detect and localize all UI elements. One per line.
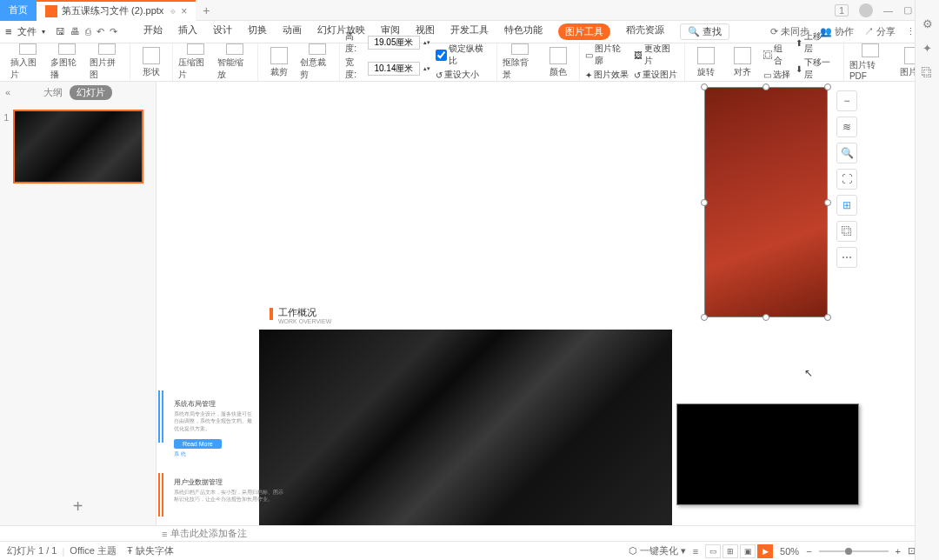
tab-animation[interactable]: 动画	[283, 23, 302, 40]
handle-tr[interactable]	[824, 83, 831, 90]
tab-insert[interactable]: 插入	[178, 23, 197, 40]
handle-tl[interactable]	[701, 83, 708, 90]
zoom-slider[interactable]	[819, 550, 889, 552]
view-normal-button[interactable]: ▭	[705, 544, 721, 558]
work-overview-subtitle[interactable]: WORK OVERVIEW	[278, 318, 331, 324]
menu-icon[interactable]: ≡	[693, 546, 698, 557]
hamburger-icon[interactable]: ≡	[5, 25, 12, 38]
canvas[interactable]: − ≋ 🔍 ⛶ ⊞ ⿻ ⋯ 工作概况 WORK OVERVIEW 系统布局管理 …	[156, 82, 939, 525]
pin-icon[interactable]: ⟐	[170, 6, 176, 16]
home-tab[interactable]: 首页	[0, 0, 37, 21]
tab-picture-tools[interactable]: 图片工具	[558, 23, 610, 40]
zoom-handle[interactable]	[845, 548, 852, 555]
rail-magic-icon[interactable]: ✦	[920, 42, 936, 57]
effect-button[interactable]: ✦ 图片效果	[585, 69, 629, 81]
handle-br[interactable]	[824, 314, 831, 321]
ft-minus-button[interactable]: −	[836, 90, 857, 111]
remove-bg-button[interactable]: 抠除背景	[503, 43, 536, 81]
reset-size-button[interactable]: ↺ 重设大小	[436, 69, 491, 81]
tab-design[interactable]: 设计	[213, 23, 232, 40]
send-backward-button[interactable]: ⬇ 下移一层	[796, 57, 838, 81]
block1-body: 系统布局专业设计，服务快捷可任 自由调整，系统专业报告文档。最 优化提供方案。	[174, 410, 252, 432]
content-block-1[interactable]: 系统布局管理 系统布局专业设计，服务快捷可任 自由调整，系统专业报告文档。最 优…	[174, 399, 252, 458]
group-button[interactable]: ⿴ 组合	[763, 43, 790, 67]
ft-layers-icon[interactable]: ≋	[836, 117, 857, 137]
bring-forward-button[interactable]: ⬆ 上移一层	[796, 30, 838, 55]
width-stepper[interactable]: ▴▾	[423, 65, 430, 72]
missing-font-label[interactable]: Ŧ 缺失字体	[127, 544, 174, 557]
rotate-button[interactable]: 旋转	[690, 43, 722, 81]
view-sorter-button[interactable]: ⊞	[723, 544, 738, 558]
multi-image-button[interactable]: 多图轮播	[50, 43, 85, 81]
work-overview-title[interactable]: 工作概况	[278, 306, 316, 319]
zoom-in-button[interactable]: +	[896, 546, 901, 557]
handle-bm[interactable]	[763, 314, 769, 321]
slide-thumbnail-1[interactable]: 1	[13, 110, 143, 183]
selected-image[interactable]	[704, 87, 828, 317]
width-input[interactable]	[368, 62, 420, 76]
reset-pic-button[interactable]: ↺ 重设图片	[634, 69, 678, 81]
redo-icon[interactable]: ↷	[110, 26, 117, 37]
print-icon[interactable]: 🖶	[70, 26, 80, 37]
readmore-button[interactable]: Read More	[174, 439, 222, 449]
add-slide-button[interactable]: +	[0, 488, 156, 525]
save-icon[interactable]: 🖫	[56, 26, 65, 37]
slides-tab[interactable]: 幻灯片	[70, 85, 112, 100]
color-button[interactable]: 颜色	[543, 43, 574, 81]
share-label[interactable]: ↗ 分享	[864, 25, 896, 38]
outline-button[interactable]: ▭ 图片轮廓	[585, 43, 629, 67]
zoom-out-button[interactable]: −	[806, 546, 811, 557]
height-input[interactable]	[368, 36, 420, 50]
smart-zoom-button[interactable]: 智能缩放	[217, 43, 252, 81]
ft-more-icon[interactable]: ⋯	[836, 247, 857, 268]
shape-button[interactable]: 形状	[136, 43, 167, 81]
tab-start[interactable]: 开始	[143, 23, 163, 40]
ft-copy-icon[interactable]: ⿻	[836, 221, 857, 242]
tab-docer[interactable]: 稻壳资源	[626, 23, 664, 40]
user-avatar-icon[interactable]	[859, 3, 873, 17]
compress-button[interactable]: 压缩图片	[178, 43, 213, 81]
preview-overlay[interactable]	[676, 403, 859, 505]
outline-tab[interactable]: 大纲	[43, 86, 63, 99]
align-button[interactable]: 对齐	[727, 43, 758, 81]
content-block-2[interactable]: 用户业数据管理 系统归档产品文本，实小型，采用归档标、图示 标识化技巧，让企今办…	[174, 477, 283, 503]
view-reading-button[interactable]: ▣	[740, 544, 756, 558]
notes-bar[interactable]: ≡ 单击此处添加备注	[0, 525, 939, 541]
handle-tm[interactable]	[763, 83, 769, 90]
change-pic-button[interactable]: 🖼 更改图片	[634, 43, 678, 67]
canyon-image[interactable]	[259, 330, 672, 525]
image-to-pdf-button[interactable]: 图片转PDF	[849, 43, 892, 81]
undo-icon[interactable]: ↶	[97, 26, 104, 37]
rail-settings-icon[interactable]: ⚙	[920, 17, 936, 33]
handle-mr[interactable]	[824, 199, 831, 206]
tab-devtools[interactable]: 开发工具	[450, 23, 489, 40]
beautify-button[interactable]: ⬡ 一键美化 ▾	[629, 544, 686, 557]
creative-crop-button[interactable]: 创意裁剪	[300, 43, 334, 81]
collapse-icon[interactable]: «	[5, 87, 10, 97]
tab-features[interactable]: 特色功能	[504, 23, 543, 40]
tab-transition[interactable]: 切换	[248, 23, 267, 40]
height-stepper[interactable]: ▴▾	[423, 39, 430, 46]
maximize-button[interactable]: ▢	[903, 4, 912, 16]
insert-image-button[interactable]: 插入图片	[10, 43, 45, 81]
file-dropdown-icon[interactable]: ▾	[42, 28, 45, 36]
rail-copy-icon[interactable]: ⿻	[920, 66, 936, 82]
crop-button[interactable]: 裁剪	[263, 43, 295, 81]
ft-zoom-icon[interactable]: 🔍	[836, 143, 857, 163]
add-tab-button[interactable]: +	[196, 3, 216, 17]
file-tab[interactable]: 第五课练习文件 (2).pptx ⟐ ×	[37, 0, 196, 21]
search-button[interactable]: 🔍 查找	[680, 23, 729, 40]
handle-ml[interactable]	[701, 199, 708, 206]
zoom-label[interactable]: 50%	[780, 546, 799, 557]
ft-crop-icon[interactable]: ⛶	[836, 169, 857, 190]
preview-icon[interactable]: ⎙	[85, 26, 91, 37]
select-button[interactable]: ▭ 选择	[763, 69, 790, 81]
collage-button[interactable]: 图片拼图	[90, 43, 124, 81]
file-menu[interactable]: 文件	[17, 25, 37, 38]
lock-ratio-checkbox[interactable]: 锁定纵横比	[436, 43, 491, 67]
ft-grid-icon[interactable]: ⊞	[836, 195, 857, 216]
minimize-button[interactable]: —	[883, 5, 893, 16]
view-slideshow-button[interactable]: ▶	[757, 544, 773, 558]
handle-bl[interactable]	[701, 314, 708, 321]
close-tab-icon[interactable]: ×	[181, 5, 187, 17]
